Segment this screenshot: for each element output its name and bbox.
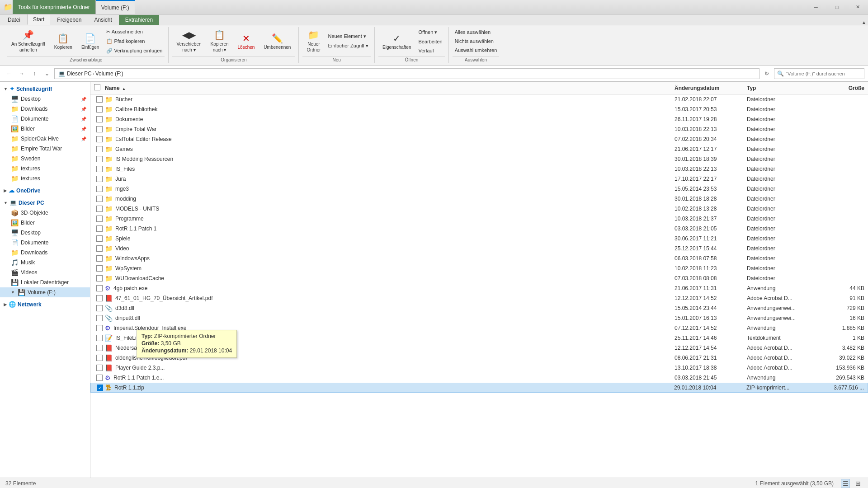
row-checkbox-13[interactable] (96, 225, 103, 232)
edit-button[interactable]: Bearbeiten (416, 38, 444, 46)
row-checkbox-25[interactable] (96, 345, 103, 351)
row-checkbox-14[interactable] (96, 235, 103, 242)
row-check-28[interactable] (94, 375, 105, 381)
row-checkbox-29[interactable]: ✓ (97, 385, 103, 391)
file-row[interactable]: 📁 Bücher 21.02.2018 22:07 Dateiordner (90, 94, 868, 104)
row-check-10[interactable] (94, 196, 105, 202)
sidebar-item-desktop[interactable]: 🖥️ Desktop 📌 (0, 94, 90, 104)
select-none-button[interactable]: Nichts auswählen (453, 37, 500, 45)
row-checkbox-15[interactable] (96, 245, 103, 252)
maximize-button[interactable]: □ (826, 0, 847, 14)
paste-shortcut-button[interactable]: 🔗 Verknüpfung einfügen (104, 47, 165, 55)
row-checkbox-23[interactable] (96, 325, 103, 331)
file-row[interactable]: 📁 Programme 10.03.2018 21:37 Dateiordner (90, 214, 868, 224)
file-row[interactable]: 📁 modding 30.01.2018 18:28 Dateiordner (90, 194, 868, 204)
open-button[interactable]: Öffnen ▾ (416, 28, 444, 37)
sidebar-item-videos[interactable]: 🎬 Videos (0, 267, 90, 277)
recent-locations-button[interactable]: ⌄ (42, 68, 52, 79)
file-row[interactable]: 📁 IS_Files 10.03.2018 22:13 Dateiordner (90, 164, 868, 174)
row-check-24[interactable] (94, 335, 105, 341)
row-check-13[interactable] (94, 225, 105, 232)
ribbon-tab-datei[interactable]: Datei (2, 14, 26, 25)
file-row[interactable]: 📁 IS Modding Ressourcen 30.01.2018 18:39… (90, 154, 868, 164)
row-checkbox-3[interactable] (96, 126, 103, 132)
file-row[interactable]: 📁 WUDownloadCache 07.03.2018 08:08 Datei… (90, 273, 868, 283)
file-row[interactable]: 📁 RotR 1.1 Patch 1 03.03.2018 21:05 Date… (90, 224, 868, 234)
row-check-15[interactable] (94, 245, 105, 252)
file-row[interactable]: 📁 Video 25.12.2017 15:44 Dateiordner (90, 244, 868, 253)
header-name[interactable]: Name ▲ (105, 85, 675, 91)
up-button[interactable]: ↑ (29, 68, 40, 79)
row-check-20[interactable] (94, 295, 105, 301)
sidebar-item-downloads[interactable]: 📁 Downloads 📌 (0, 104, 90, 114)
row-check-2[interactable] (94, 116, 105, 122)
row-check-22[interactable] (94, 315, 105, 321)
row-checkbox-5[interactable] (96, 146, 103, 152)
row-check-21[interactable] (94, 305, 105, 311)
row-checkbox-4[interactable] (96, 136, 103, 142)
file-row[interactable]: 📎 d3d8.dll 15.05.2014 23:44 Anwendungser… (90, 303, 868, 313)
copy-path-button[interactable]: 📋 Pfad kopieren (104, 37, 165, 46)
sidebar-item-bilder-pc[interactable]: 🖼️ Bilder (0, 218, 90, 228)
sidebar-header-dieser-pc[interactable]: ▼ 💻 Dieser PC (0, 197, 90, 208)
rename-button[interactable]: ✏️ Umbenennen (259, 28, 295, 55)
row-check-8[interactable] (94, 176, 105, 182)
file-row[interactable]: 📁 Dokumente 26.11.2017 19:28 Dateiordner (90, 114, 868, 124)
row-checkbox-21[interactable] (96, 305, 103, 311)
copy-button[interactable]: 📋 Kopieren (50, 28, 76, 55)
sidebar-item-downloads-pc[interactable]: 📁 Downloads (0, 248, 90, 258)
row-checkbox-12[interactable] (96, 216, 103, 222)
large-icons-view-button[interactable]: ⊞ (854, 479, 863, 488)
row-checkbox-0[interactable] (96, 96, 103, 103)
header-size[interactable]: Größe (819, 85, 864, 91)
file-row[interactable]: 📎 dinput8.dll 15.01.2007 16:13 Anwendung… (90, 313, 868, 323)
details-view-button[interactable]: ☰ (841, 479, 850, 488)
row-checkbox-6[interactable] (96, 156, 103, 162)
file-row[interactable]: ⚙ 4gb patch.exe 21.06.2017 11:31 Anwendu… (90, 283, 868, 293)
pin-to-quickaccess-button[interactable]: 📌 An Schnellzugriffanheften (7, 28, 49, 55)
row-check-25[interactable] (94, 345, 105, 351)
row-checkbox-24[interactable] (96, 335, 103, 341)
ribbon-tab-start[interactable]: Start (27, 14, 50, 25)
sidebar-item-empiretotalwar[interactable]: 📁 Empire Total War (0, 144, 90, 154)
header-date[interactable]: Änderungsdatum (675, 85, 747, 91)
sidebar-item-textures1[interactable]: 📁 textures (0, 164, 90, 174)
row-check-16[interactable] (94, 255, 105, 262)
sidebar-item-sweden[interactable]: 📁 Sweden (0, 154, 90, 164)
row-checkbox-26[interactable] (96, 355, 103, 361)
easy-access-button[interactable]: Einfacher Zugriff ▾ (326, 42, 371, 50)
row-checkbox-2[interactable] (96, 116, 103, 122)
sidebar-item-musik[interactable]: 🎵 Musik (0, 258, 90, 267)
new-element-button[interactable]: Neues Element ▾ (326, 32, 371, 41)
row-checkbox-8[interactable] (96, 176, 103, 182)
sidebar-item-lokaler-datentraeger[interactable]: 💾 Lokaler Datenträger (0, 277, 90, 287)
file-list-scroll[interactable]: 📁 Bücher 21.02.2018 22:07 Dateiordner 📁 … (90, 94, 868, 478)
row-checkbox-7[interactable] (96, 166, 103, 172)
file-row[interactable]: 📁 EsfTotal Editor Release 07.02.2018 20:… (90, 134, 868, 144)
row-check-11[interactable] (94, 206, 105, 212)
file-row[interactable]: 📁 WpSystem 10.02.2018 11:23 Dateiordner (90, 263, 868, 273)
cut-button[interactable]: ✂ Ausschneiden (104, 28, 165, 36)
row-check-18[interactable] (94, 275, 105, 282)
file-row[interactable]: 📁 Calibre Bibliothek 15.03.2017 20:53 Da… (90, 104, 868, 114)
row-checkbox-10[interactable] (96, 196, 103, 202)
row-check-7[interactable] (94, 166, 105, 172)
row-check-23[interactable] (94, 325, 105, 331)
row-checkbox-19[interactable] (96, 285, 103, 291)
history-button[interactable]: Verlauf (416, 47, 444, 55)
row-checkbox-1[interactable] (96, 106, 103, 113)
row-check-17[interactable] (94, 265, 105, 272)
sidebar-item-3d-objekte[interactable]: 📦 3D-Objekte (0, 208, 90, 218)
row-check-0[interactable] (94, 96, 105, 103)
breadcrumb-thispc[interactable]: Dieser PC (67, 70, 92, 77)
file-row[interactable]: 📕 47_61_01_HG_70_Übersicht_Artikel.pdf 1… (90, 293, 868, 303)
ribbon-tab-ansicht[interactable]: Ansicht (88, 14, 118, 25)
row-check-14[interactable] (94, 235, 105, 242)
forward-button[interactable]: → (16, 68, 27, 79)
file-row[interactable]: 📁 Jura 17.10.2017 22:17 Dateiordner (90, 174, 868, 184)
invert-selection-button[interactable]: Auswahl umkehren (453, 46, 500, 54)
ribbon-tab-freigeben[interactable]: Freigeben (51, 14, 87, 25)
file-row[interactable]: 📁 Empire Total War 10.03.2018 22:13 Date… (90, 124, 868, 134)
file-row[interactable]: ⚙ RotR 1.1 Patch 1.e... 03.03.2018 21:45… (90, 373, 868, 383)
file-row[interactable]: 📁 Games 21.06.2017 12:17 Dateiordner (90, 144, 868, 154)
